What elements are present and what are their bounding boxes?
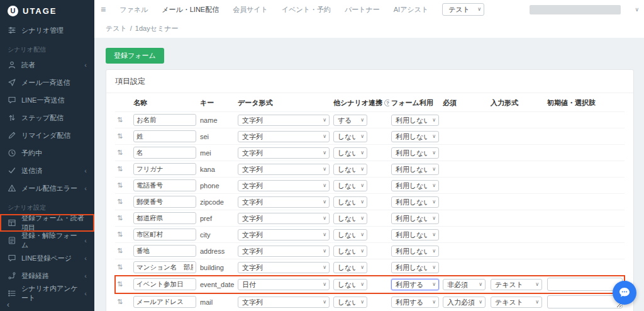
field-name-input[interactable] xyxy=(133,130,196,142)
link-select[interactable]: しない xyxy=(333,297,367,308)
input-type-select[interactable]: テキスト xyxy=(491,297,542,308)
link-select[interactable]: しない xyxy=(333,279,367,290)
chat-support-button[interactable] xyxy=(613,281,636,305)
required-select[interactable]: 非必須 xyxy=(443,279,486,290)
sidebar-item-pending[interactable]: 予約中 xyxy=(0,144,94,162)
sidebar-item-mail-broadcast[interactable]: メール一斉送信 xyxy=(0,74,94,91)
initial-value-textarea[interactable] xyxy=(547,295,623,308)
account-selector[interactable] xyxy=(530,5,621,14)
data-type-cell: 文字列 xyxy=(236,145,331,161)
sidebar: U UTAGE シナリオ管理 シナリオ配信 読者 ‹ メール一斉送信 LINE一… xyxy=(0,0,94,311)
data-type-select[interactable]: 文字列 xyxy=(238,213,330,224)
field-name-input[interactable] xyxy=(133,229,196,240)
sidebar-item-register-form-fields[interactable]: 登録フォーム・読者項目 xyxy=(0,214,94,232)
form-use-select[interactable]: 利用しない xyxy=(391,213,439,224)
link-select[interactable]: しない xyxy=(333,262,367,273)
drag-handle-icon[interactable]: ⇅ xyxy=(117,247,123,254)
field-name-input[interactable] xyxy=(133,245,196,257)
data-type-select[interactable]: 文字列 xyxy=(238,229,330,240)
sidebar-item-register-route[interactable]: 登録経路 ‹ xyxy=(0,267,94,285)
link-select[interactable]: しない xyxy=(333,180,367,191)
breadcrumb-scenario[interactable]: テスト xyxy=(106,24,127,33)
drag-handle-icon[interactable]: ⇅ xyxy=(117,149,123,156)
sidebar-section-scenario-delivery: シナリオ配信 xyxy=(0,39,94,56)
drag-handle-icon[interactable]: ⇅ xyxy=(117,230,123,238)
form-use-select[interactable]: 利用する xyxy=(391,279,439,290)
form-use-select[interactable]: 利用しない xyxy=(391,115,439,126)
data-type-select[interactable]: 文字列 xyxy=(238,180,330,191)
link-select[interactable]: する xyxy=(333,115,367,126)
sidebar-item-readers[interactable]: 読者 ‹ xyxy=(0,56,94,74)
drag-handle-icon[interactable]: ⇅ xyxy=(117,116,123,123)
sidebar-item-step-delivery[interactable]: ステップ配信 xyxy=(0,109,94,127)
tab-event-booking[interactable]: イベント・予約 xyxy=(282,5,331,14)
link-select[interactable]: しない xyxy=(333,147,367,159)
field-name-input[interactable] xyxy=(133,114,196,126)
drag-handle-icon[interactable]: ⇅ xyxy=(117,181,123,189)
sidebar-item-mail-error[interactable]: メール配信エラー ‹ xyxy=(0,179,94,197)
sidebar-item-line-broadcast[interactable]: LINE一斉送信 xyxy=(0,91,94,109)
drag-handle-icon[interactable]: ⇅ xyxy=(117,214,123,222)
sidebar-item-scenario-survey[interactable]: シナリオ内アンケート ‹ xyxy=(0,285,94,302)
tab-mail-line-delivery[interactable]: メール・LINE配信 xyxy=(162,5,219,14)
register-form-button[interactable]: 登録フォーム xyxy=(106,48,164,64)
required-select[interactable]: 入力必須 xyxy=(443,297,486,308)
data-type-select[interactable]: 日付 xyxy=(238,279,330,290)
account-caret-icon[interactable]: ∨ xyxy=(635,6,639,13)
drag-handle-icon[interactable]: ⇅ xyxy=(117,165,123,172)
data-type-select[interactable]: 文字列 xyxy=(238,164,330,175)
link-select[interactable]: しない xyxy=(333,164,367,175)
data-type-select[interactable]: 文字列 xyxy=(238,147,330,159)
field-name-input[interactable] xyxy=(133,212,196,224)
help-icon[interactable]: ? xyxy=(384,99,389,106)
form-use-select[interactable]: 利用しない xyxy=(391,246,439,257)
field-key-text: building xyxy=(200,264,224,271)
form-use-select[interactable]: 利用しない xyxy=(391,262,439,273)
field-name-input[interactable] xyxy=(133,261,196,273)
sidebar-collapse-button[interactable]: ‹ xyxy=(7,300,9,309)
form-use-select[interactable]: 利用しない xyxy=(391,164,439,175)
scenario-select[interactable]: テスト xyxy=(442,3,484,16)
form-use-select[interactable]: 利用しない xyxy=(391,131,439,142)
tab-member-site[interactable]: 会員サイト xyxy=(233,5,268,14)
sidebar-item-sent[interactable]: 送信済 ‹ xyxy=(0,162,94,179)
form-use-select[interactable]: 利用しない xyxy=(391,196,439,208)
col-header-required: 必須 xyxy=(441,93,489,112)
drag-handle-icon[interactable]: ⇅ xyxy=(117,298,123,305)
hamburger-icon[interactable]: ≡ xyxy=(101,4,106,14)
link-select[interactable]: しない xyxy=(333,131,367,142)
field-name-input[interactable] xyxy=(133,296,196,308)
field-name-input[interactable] xyxy=(133,147,196,159)
drag-handle-icon[interactable]: ⇅ xyxy=(117,280,123,288)
tab-partner[interactable]: パートナー xyxy=(345,5,380,14)
link-select[interactable]: しない xyxy=(333,213,367,224)
form-use-select[interactable]: 利用しない xyxy=(391,180,439,191)
field-name-input[interactable] xyxy=(133,163,196,175)
link-select[interactable]: しない xyxy=(333,196,367,208)
drag-handle-icon[interactable]: ⇅ xyxy=(117,263,123,271)
drag-handle-icon[interactable]: ⇅ xyxy=(117,132,123,140)
data-type-select[interactable]: 文字列 xyxy=(238,131,330,142)
data-type-select[interactable]: 文字列 xyxy=(238,262,330,273)
sidebar-item-reminder-delivery[interactable]: リマインダ配信 xyxy=(0,127,94,144)
input-type-select[interactable]: テキスト xyxy=(491,279,542,290)
data-type-select[interactable]: 文字列 xyxy=(238,297,330,308)
link-select[interactable]: しない xyxy=(333,246,367,257)
field-name-input[interactable] xyxy=(133,196,196,208)
field-name-input[interactable] xyxy=(133,179,196,191)
tab-ai-assist[interactable]: AIアシスト xyxy=(394,5,428,14)
field-name-input[interactable] xyxy=(133,278,196,290)
tab-funnel[interactable]: ファネル xyxy=(119,5,148,14)
form-use-select[interactable]: 利用しない xyxy=(391,147,439,159)
sidebar-item-line-register-page[interactable]: LINE登録ページ ‹ xyxy=(0,249,94,267)
link-select[interactable]: しない xyxy=(333,229,367,240)
data-type-select[interactable]: 文字列 xyxy=(238,196,330,208)
form-use-select[interactable]: 利用する xyxy=(391,297,439,308)
data-type-select[interactable]: 文字列 xyxy=(238,246,330,257)
sidebar-item-scenario-manage[interactable]: シナリオ管理 xyxy=(0,21,94,39)
form-use-select[interactable]: 利用しない xyxy=(391,229,439,240)
data-type-select[interactable]: 文字列 xyxy=(238,115,330,126)
sidebar-item-register-unsubscribe-form[interactable]: 登録・解除フォーム ‹ xyxy=(0,232,94,249)
drag-handle-icon[interactable]: ⇅ xyxy=(117,198,123,205)
initial-value-textarea[interactable] xyxy=(547,278,623,291)
